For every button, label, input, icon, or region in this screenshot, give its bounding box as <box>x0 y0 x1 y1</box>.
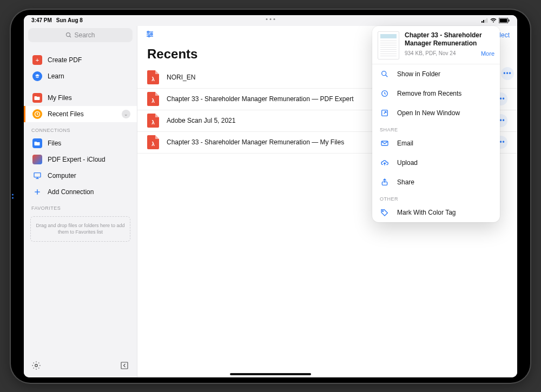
menu-label: Show in Folder <box>397 70 440 78</box>
svg-rect-16 <box>121 362 128 369</box>
svg-rect-6 <box>509 19 510 22</box>
collapse-icon <box>120 361 129 370</box>
filter-button[interactable] <box>145 29 155 41</box>
folder-ios-icon <box>32 138 42 148</box>
new-window-icon <box>380 109 390 117</box>
svg-point-30 <box>382 210 384 211</box>
svg-point-20 <box>148 31 149 33</box>
multitasking-dots[interactable] <box>266 18 275 20</box>
menu-label: Open In New Window <box>397 109 460 117</box>
status-time: 3:47 PM <box>31 17 52 23</box>
search-icon <box>65 32 72 38</box>
sidebar-item-label: PDF Expert - iCloud <box>48 156 130 163</box>
chevron-down-icon[interactable]: ⌄ <box>122 110 130 118</box>
sidebar-section-favorites: FAVORITES <box>24 200 137 213</box>
svg-rect-10 <box>34 172 41 177</box>
sidebar: Search + Create PDF Learn <box>24 26 137 377</box>
gear-icon <box>31 361 41 370</box>
search-icon <box>380 70 390 78</box>
battery-icon <box>499 18 510 23</box>
main-content: Select Recents λ NORI_EN λ Chapter 33 - … <box>137 26 517 377</box>
signal-icon <box>481 18 488 23</box>
menu-color-tag[interactable]: Mark With Color Tag <box>372 203 500 222</box>
popover-meta: 934 KB, PDF, Nov 24 <box>405 50 456 56</box>
status-indicators <box>481 18 510 23</box>
svg-point-24 <box>382 71 386 75</box>
status-bar: 3:47 PM Sun Aug 8 <box>24 15 517 26</box>
pdf-file-icon: λ <box>147 135 159 149</box>
menu-show-in-folder[interactable]: Show in Folder <box>372 64 500 84</box>
folder-icon <box>32 93 42 103</box>
graduation-icon <box>32 71 42 81</box>
popover-more-link[interactable]: More <box>481 50 494 57</box>
menu-share[interactable]: Share <box>372 172 500 192</box>
sidebar-item-label: Learn <box>48 72 130 80</box>
menu-label: Mark With Color Tag <box>397 209 456 216</box>
sidebar-item-create-pdf[interactable]: + Create PDF <box>24 52 137 68</box>
tag-icon <box>380 208 390 217</box>
sidebar-item-label: My Files <box>48 94 130 102</box>
sidebar-item-files[interactable]: Files <box>24 135 137 151</box>
sidebar-item-computer[interactable]: Computer <box>24 168 137 184</box>
popover-section-share: SHARE <box>372 123 500 134</box>
history-icon <box>380 89 390 98</box>
row-more-button[interactable]: ••• <box>501 67 514 80</box>
search-input[interactable]: Search <box>28 28 133 42</box>
sidebar-item-learn[interactable]: Learn <box>24 68 137 84</box>
cloud-upload-icon <box>380 158 390 167</box>
menu-label: Remove from Recents <box>397 90 461 97</box>
sidebar-item-label: Computer <box>48 172 130 180</box>
svg-point-21 <box>151 34 153 35</box>
sidebar-item-label: Add Connection <box>48 188 130 196</box>
sidebar-section-connections: CONNECTIONS <box>24 122 137 135</box>
svg-point-15 <box>35 364 38 367</box>
pdf-file-icon: λ <box>147 70 159 84</box>
svg-rect-1 <box>483 20 484 23</box>
collapse-sidebar-button[interactable] <box>120 361 129 373</box>
mail-icon <box>380 139 390 148</box>
monitor-icon <box>32 171 42 181</box>
svg-point-22 <box>148 35 150 37</box>
pdf-file-icon: λ <box>147 114 159 128</box>
menu-upload[interactable]: Upload <box>372 153 500 172</box>
home-indicator[interactable] <box>230 373 311 375</box>
context-menu-popover: Chapter 33 - Shareholder Manager Remuner… <box>372 26 500 222</box>
menu-email[interactable]: Email <box>372 134 500 153</box>
settings-button[interactable] <box>31 361 41 373</box>
clock-icon <box>32 109 42 119</box>
sliders-icon <box>145 29 155 39</box>
svg-rect-2 <box>485 19 486 23</box>
popover-title: Chapter 33 - Shareholder Manager Remuner… <box>405 31 494 48</box>
sidebar-item-pdfexpert-icloud[interactable]: PDF Expert - iCloud <box>24 151 137 168</box>
sidebar-item-recent-files[interactable]: Recent Files ⌄ <box>24 106 137 122</box>
favorites-drop-zone[interactable]: Drag and drop files or folders here to a… <box>30 216 130 242</box>
menu-label: Email <box>397 139 413 147</box>
svg-rect-5 <box>500 18 507 22</box>
sidebar-item-label: Recent Files <box>48 110 122 118</box>
svg-rect-3 <box>486 18 487 23</box>
menu-remove-recents[interactable]: Remove from Recents <box>372 84 500 103</box>
plus-doc-icon: + <box>32 55 42 65</box>
popover-section-other: OTHER <box>372 192 500 203</box>
svg-line-25 <box>386 75 388 77</box>
menu-open-new-window[interactable]: Open In New Window <box>372 103 500 123</box>
share-icon <box>380 178 390 187</box>
sidebar-item-my-files[interactable]: My Files <box>24 90 137 106</box>
pdf-file-icon: λ <box>147 92 159 106</box>
sidebar-item-add-connection[interactable]: Add Connection <box>24 184 137 200</box>
status-date: Sun Aug 8 <box>56 17 83 23</box>
sidebar-item-label: Create PDF <box>48 56 130 64</box>
menu-label: Share <box>397 178 414 186</box>
svg-point-7 <box>67 32 70 36</box>
menu-label: Upload <box>397 159 418 167</box>
plus-icon <box>32 187 42 197</box>
svg-rect-0 <box>481 21 483 23</box>
document-thumbnail <box>378 31 399 59</box>
wifi-icon <box>490 18 497 23</box>
pdfexpert-icon <box>32 155 42 164</box>
svg-line-8 <box>70 36 71 37</box>
sidebar-item-label: Files <box>48 139 130 147</box>
